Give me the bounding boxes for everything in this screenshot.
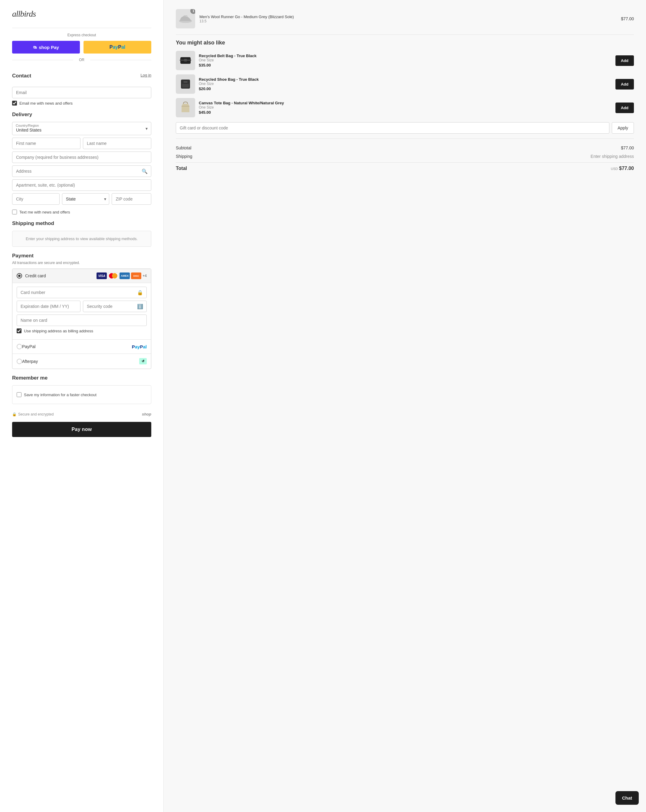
- order-item-name: Men's Wool Runner Go - Medium Grey (Bliz…: [199, 15, 617, 19]
- address-input[interactable]: [12, 165, 151, 177]
- suggested-item-name-0: Recycled Belt Bag - True Black: [199, 53, 612, 58]
- price-summary: Subtotal $77.00 Shipping Enter shipping …: [176, 143, 634, 173]
- credit-card-label: Credit card: [25, 273, 46, 278]
- country-select[interactable]: United States: [12, 122, 151, 135]
- logo: allbirds: [12, 9, 151, 19]
- order-item: 1 Men's Wool Runner Go - Medium Grey (Bl…: [176, 9, 634, 28]
- suggested-item-img-2: [176, 98, 195, 118]
- shipping-message-box: Enter your shipping address to view avai…: [12, 231, 151, 247]
- visa-icon: VISA: [96, 272, 107, 279]
- billing-label: Use shipping address as billing address: [24, 329, 93, 333]
- last-name-input[interactable]: [83, 137, 151, 149]
- suggested-item-details-0: Recycled Belt Bag - True Black One Size …: [199, 53, 612, 67]
- belt-bag-svg: [178, 53, 193, 68]
- expiry-input[interactable]: [17, 301, 81, 312]
- state-select[interactable]: State: [62, 193, 110, 205]
- first-name-input[interactable]: [12, 137, 81, 149]
- paypal-radio: [17, 344, 22, 349]
- billing-checkbox[interactable]: [17, 328, 21, 333]
- address-field-wrapper: 🔍: [12, 165, 151, 177]
- tote-bag-svg: [178, 100, 193, 115]
- shoppay-button[interactable]: 🛍 shop Pay: [12, 41, 80, 53]
- lock-icon: 🔒: [137, 290, 143, 296]
- discount-input[interactable]: [176, 122, 609, 134]
- checkout-left-panel: allbirds Express checkout 🛍 shop Pay Pay…: [0, 0, 164, 812]
- payment-title: Payment: [12, 253, 151, 259]
- sms-label: Text me with news and offers: [19, 210, 70, 214]
- credit-card-radio: [17, 273, 22, 279]
- order-item-image: 1: [176, 9, 195, 28]
- state-field-wrapper: State: [62, 193, 110, 205]
- zip-input[interactable]: [112, 193, 151, 205]
- city-input[interactable]: [12, 193, 60, 205]
- city-state-zip-row: State: [12, 193, 151, 207]
- log-in-link[interactable]: Log in: [141, 73, 151, 78]
- divider-top: [12, 28, 151, 28]
- lock-secure-icon: 🔒: [12, 412, 17, 417]
- secure-label: Secure and encrypted: [18, 412, 54, 417]
- shoe-bag-svg: [178, 76, 193, 92]
- add-button-2[interactable]: Add: [615, 102, 634, 113]
- discount-row: Apply: [176, 122, 634, 134]
- suggested-item-name-2: Canvas Tote Bag - Natural White/Natural …: [199, 101, 612, 105]
- add-button-0[interactable]: Add: [615, 55, 634, 66]
- email-input[interactable]: [12, 87, 151, 98]
- expiry-wrapper: [17, 301, 81, 312]
- paypal-express-button[interactable]: PayPal: [84, 41, 151, 53]
- card-number-wrapper: 🔒: [17, 287, 147, 298]
- credit-card-option[interactable]: Credit card VISA AMEX DISC +4: [12, 269, 151, 283]
- last-name-wrapper: [83, 137, 151, 149]
- paypal-express-label: PayPal: [110, 44, 125, 50]
- svg-rect-5: [184, 81, 188, 82]
- save-info-row: Save my information for a faster checkou…: [17, 392, 147, 397]
- suggested-item-details-1: Recycled Shoe Bag - True Black One Size …: [199, 77, 612, 91]
- newsletter-label: Email me with news and offers: [19, 101, 73, 105]
- suggested-item-price-1: $20.00: [199, 87, 612, 91]
- paypal-option[interactable]: PayPal PayPal: [12, 339, 151, 354]
- subtotal-label: Subtotal: [176, 145, 191, 150]
- apply-button[interactable]: Apply: [612, 122, 634, 134]
- contact-header: Contact Log in: [12, 67, 151, 83]
- payment-options-box: Credit card VISA AMEX DISC +4: [12, 269, 151, 369]
- suggested-item-img-1: [176, 75, 195, 94]
- newsletter-row: Email me with news and offers: [12, 101, 151, 105]
- order-item-variant: 13.5: [199, 19, 617, 23]
- save-info-label: Save my information for a faster checkou…: [24, 392, 96, 397]
- or-divider: OR: [12, 58, 151, 62]
- subtotal-value: $77.00: [621, 145, 634, 150]
- country-select-wrapper: Country/Region United States: [12, 122, 151, 135]
- suggested-item-name-1: Recycled Shoe Bag - True Black: [199, 77, 612, 82]
- suggested-item-1: Recycled Shoe Bag - True Black One Size …: [176, 75, 634, 94]
- shipping-title: Shipping method: [12, 220, 151, 226]
- suggested-item-size-1: One Size: [199, 82, 612, 86]
- name-on-card-input[interactable]: [17, 314, 147, 326]
- pay-now-button[interactable]: Pay now: [12, 422, 151, 437]
- shoe-svg: [178, 14, 193, 24]
- suggested-item-size-0: One Size: [199, 58, 612, 62]
- zip-field-wrapper: [112, 193, 151, 205]
- sms-checkbox[interactable]: [12, 209, 17, 214]
- save-info-checkbox[interactable]: [17, 392, 21, 397]
- suggested-item-size-2: One Size: [199, 105, 612, 110]
- apartment-input[interactable]: [12, 179, 151, 191]
- subtotal-row: Subtotal $77.00: [176, 143, 634, 152]
- add-button-1[interactable]: Add: [615, 79, 634, 90]
- mastercard-icon: [108, 272, 118, 279]
- suggested-item-price-0: $35.00: [199, 63, 612, 67]
- card-number-input[interactable]: [17, 287, 147, 298]
- express-buttons: 🛍 shop Pay PayPal: [12, 41, 151, 53]
- chat-button[interactable]: Chat: [615, 791, 639, 805]
- total-value: USD$77.00: [611, 166, 634, 171]
- shipping-label: Shipping: [176, 154, 193, 159]
- afterpay-label: Afterpay: [22, 359, 38, 364]
- afterpay-option[interactable]: Afterpay ↺: [12, 354, 151, 369]
- state-select-wrapper: State: [62, 193, 110, 205]
- name-row: [12, 137, 151, 151]
- card-icons: VISA AMEX DISC +4: [96, 272, 147, 279]
- company-input[interactable]: [12, 151, 151, 163]
- amex-icon: AMEX: [119, 272, 130, 279]
- shop-icon: 🛍: [33, 45, 37, 50]
- info-icon: ℹ️: [137, 304, 143, 309]
- newsletter-checkbox[interactable]: [12, 101, 17, 105]
- name-on-card-wrapper: [17, 314, 147, 326]
